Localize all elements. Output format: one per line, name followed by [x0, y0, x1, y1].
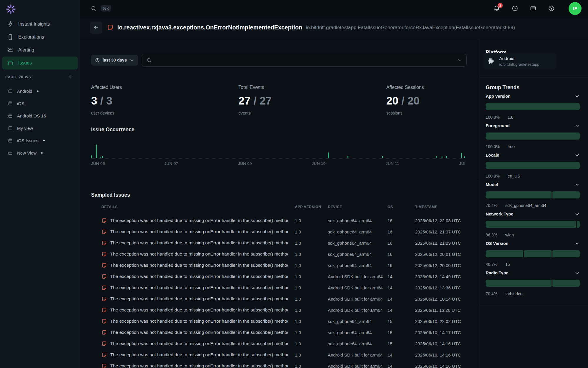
table-row[interactable]: The exception was not handled due to mis… — [80, 237, 479, 248]
chevron-down-icon — [129, 58, 134, 63]
add-view-button[interactable] — [67, 74, 73, 80]
table-row[interactable]: The exception was not handled due to mis… — [80, 338, 479, 349]
cell-timestamp: 2025/06/12, 21:37 UTC — [415, 229, 469, 234]
chevron-down-icon[interactable] — [457, 58, 462, 63]
cell-os: 14 — [387, 274, 415, 279]
cell-os: 14 — [387, 296, 415, 301]
platform-os-name: Android — [499, 56, 539, 61]
issue-details-text: The exception was not handled due to mis… — [110, 285, 288, 290]
archive-icon — [8, 138, 13, 143]
avatar[interactable]: IF — [569, 2, 582, 15]
sidebar-item-issues[interactable]: Issues — [2, 57, 78, 69]
table-row[interactable]: The exception was not handled due to mis… — [80, 271, 479, 282]
trend-group-header[interactable]: App Version — [486, 93, 580, 100]
cell-device: sdk_gphone64_arm64 — [328, 241, 387, 246]
trend-top-value: forbidden — [505, 291, 522, 296]
trend-meta: 100.0%en_US — [486, 174, 520, 178]
axis-tick-label: JUN 10 — [312, 161, 326, 166]
chart-bar — [442, 156, 442, 158]
app-window: Instant InsightsExplorationsAlertingIssu… — [0, 0, 588, 368]
table-row[interactable]: The exception was not handled due to mis… — [80, 248, 479, 260]
stat-separator: / — [398, 95, 407, 107]
cell-timestamp: 2025/06/12, 10:14 UTC — [415, 296, 469, 301]
alarm-icon — [7, 47, 14, 53]
notifications-bell-icon[interactable]: 3 — [493, 5, 500, 12]
table-body: The exception was not handled due to mis… — [80, 215, 479, 368]
table-row[interactable]: The exception was not handled due to mis… — [80, 293, 479, 304]
chart-bar — [348, 156, 348, 158]
back-button[interactable] — [90, 21, 102, 34]
history-clock-icon[interactable] — [512, 5, 518, 12]
issue-view-ios-issues[interactable]: iOS Issues — [2, 134, 78, 147]
sidebar-item-alerting[interactable]: Alerting — [2, 44, 78, 57]
issue-view-my-view[interactable]: My view — [2, 122, 78, 134]
cell-details: The exception was not handled due to mis… — [101, 240, 295, 246]
issue-details-text: The exception was not handled due to mis… — [110, 330, 288, 335]
search-shortcut-badge: ⌘K — [101, 5, 111, 11]
chart-bar — [461, 153, 462, 158]
help-icon[interactable] — [548, 5, 555, 12]
trend-percent: 100.0% — [486, 174, 500, 178]
table-row[interactable]: The exception was not handled due to mis… — [80, 226, 479, 237]
stat-total-events: Total Events27 / 27events — [238, 85, 386, 115]
table-row[interactable]: The exception was not handled due to mis… — [80, 316, 479, 327]
trend-bar-segment — [552, 280, 580, 287]
issue-details-text: The exception was not handled due to mis… — [110, 296, 288, 301]
chart-title: Issue Occurrence — [91, 127, 134, 133]
trend-group-header[interactable]: Network Type — [486, 211, 580, 217]
table-row[interactable]: The exception was not handled due to mis… — [80, 349, 479, 360]
table-row[interactable]: The exception was not handled due to mis… — [80, 304, 479, 316]
cell-timestamp: 2025/06/11, 13:26 UTC — [415, 308, 469, 313]
stats-row: Affected Users3 / 3user devicesTotal Eve… — [91, 85, 467, 115]
archive-icon — [8, 101, 13, 106]
issue-view-new-view[interactable]: New View — [2, 147, 78, 159]
fatal-issue-icon — [107, 24, 114, 31]
cell-device: sdk_gphone64_arm64 — [328, 229, 387, 234]
column-header-os: OS — [387, 205, 415, 209]
trend-meta: 100.0%true — [486, 144, 515, 149]
sidebar-item-explorations[interactable]: Explorations — [2, 31, 78, 44]
keyboard-shortcuts-icon[interactable] — [530, 5, 537, 12]
trend-group-header[interactable]: Model — [486, 181, 580, 188]
table-row[interactable]: The exception was not handled due to mis… — [80, 360, 479, 368]
table-row[interactable]: The exception was not handled due to mis… — [80, 327, 479, 338]
right-panel: Platform Android io.bitdrift.gradletesta… — [479, 38, 588, 368]
issue-view-ios[interactable]: iOS — [2, 97, 78, 110]
issue-details-text: The exception was not handled due to mis… — [110, 240, 288, 246]
group-trends-title: Group Trends — [486, 84, 519, 91]
phone-icon — [7, 34, 14, 40]
cell-device: sdk_gphone64_arm64 — [328, 319, 387, 324]
table-row[interactable]: The exception was not handled due to mis… — [80, 215, 479, 226]
issue-view-android-os-15[interactable]: Android OS 15 — [2, 110, 78, 122]
stat-total: 20 — [407, 95, 420, 107]
cell-timestamp: 2025/06/12, 14:49 UTC — [415, 274, 469, 279]
search-input[interactable] — [155, 57, 454, 63]
table-row[interactable]: The exception was not handled due to mis… — [80, 260, 479, 271]
trend-top-value: true — [507, 144, 514, 149]
trend-group-header[interactable]: OS Version — [486, 240, 580, 247]
time-range-dropdown[interactable]: last 30 days — [91, 55, 138, 66]
cell-details: The exception was not handled due to mis… — [101, 307, 295, 313]
trend-group-header[interactable]: Foreground — [486, 122, 580, 129]
issue-doc-icon — [101, 229, 107, 235]
sidebar-item-instant-insights[interactable]: Instant Insights — [2, 18, 78, 31]
cell-app-version: 1.0 — [295, 229, 328, 234]
chart-bar — [102, 156, 103, 158]
chart-bar — [436, 156, 437, 158]
search-icon[interactable] — [91, 5, 97, 11]
trend-percent: 40.7% — [486, 262, 497, 267]
search-icon — [146, 57, 152, 63]
stat-label: Affected Sessions — [386, 85, 467, 90]
app-logo-icon[interactable] — [5, 4, 16, 15]
platform-app-id: io.bitdrift.gradletestapp — [499, 62, 539, 67]
cell-device: Android SDK built for arm64 — [328, 285, 387, 290]
trend-group-header[interactable]: Locale — [486, 152, 580, 158]
issue-doc-icon — [101, 296, 107, 302]
sampled-issues-title: Sampled Issues — [91, 192, 130, 198]
stat-separator: / — [97, 95, 106, 107]
trend-distribution-bar — [486, 280, 580, 287]
trend-group-header[interactable]: Radio Type — [486, 270, 580, 276]
issue-view-android[interactable]: Android — [2, 85, 78, 97]
table-row[interactable]: The exception was not handled due to mis… — [80, 282, 479, 293]
axis-tick-label: JUN 06 — [91, 161, 105, 166]
